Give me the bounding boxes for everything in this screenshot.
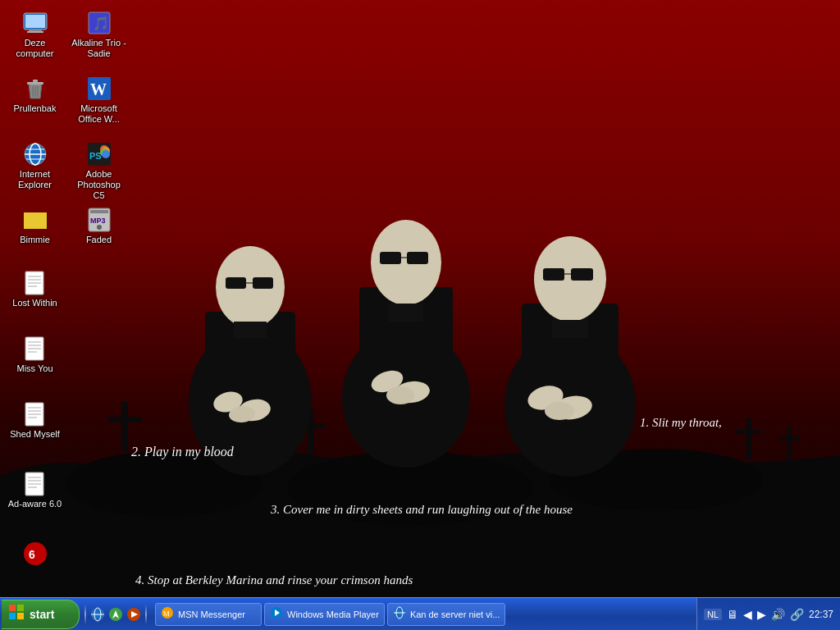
shed-myself-label: Ad-aware 6.0 — [8, 499, 62, 509]
svg-rect-51 — [33, 80, 38, 82]
start-label: start — [30, 608, 54, 621]
start-button[interactable]: start — [2, 600, 80, 629]
ie-icon — [22, 141, 48, 167]
lost-within-label: Miss You — [16, 363, 52, 374]
quick-launch-bar — [80, 605, 152, 624]
miss-you-label: Shed Myself — [10, 429, 60, 440]
desktop-icon-faded[interactable]: Lost Within — [4, 267, 66, 312]
windows-logo-icon — [8, 604, 25, 624]
ql-separator-1 — [84, 605, 86, 624]
shed-myself-icon — [22, 471, 48, 497]
desktop: 1. Slit my throat, 2. Play in my blood 3… — [0, 0, 840, 597]
server-app-label: Kan de server niet vi... — [410, 609, 500, 619]
deze-computer-icon — [22, 10, 48, 36]
svg-rect-70 — [90, 210, 108, 213]
server-app-icon — [393, 606, 406, 622]
ms-word-label: Microsoft Office W... — [71, 103, 126, 125]
msn-messenger-label: MSN Messenger — [178, 609, 245, 619]
tray-sound-icon[interactable]: 🔊 — [771, 608, 785, 621]
bimmie-icon — [22, 207, 48, 233]
svg-rect-98 — [17, 613, 24, 619]
desktop-icon-mp3[interactable]: MP3 Faded — [68, 203, 130, 249]
taskbar-app-wmp[interactable]: Windows Media Player — [264, 603, 385, 626]
alkaline-trio-icon: 🎵 — [86, 10, 112, 36]
svg-point-72 — [97, 225, 102, 230]
desktop-icon-bimmie[interactable]: Bimmie — [4, 203, 66, 249]
desktop-icon-ie[interactable]: Internet Explorer — [4, 138, 66, 194]
svg-rect-97 — [9, 613, 16, 619]
svg-text:W: W — [90, 80, 107, 98]
taskbar-app-server[interactable]: Kan de server niet vi... — [387, 603, 505, 626]
photoshop-label: Adobe Photoshop C5 — [71, 169, 126, 202]
desktop-icon-miss-you[interactable]: Shed Myself — [4, 398, 66, 443]
desktop-icon-prullenbak[interactable]: Prullenbak — [4, 72, 66, 117]
svg-rect-95 — [9, 605, 16, 611]
tray-display-icon[interactable]: 🖥 — [727, 608, 738, 621]
desktop-icon-adaware[interactable]: 6 — [4, 537, 66, 572]
svg-rect-45 — [25, 15, 45, 28]
svg-point-67 — [102, 150, 110, 158]
bimmie-label: Bimmie — [20, 235, 50, 245]
taskbar-apps: M MSN Messenger Windows Media Player — [155, 603, 693, 626]
tray-clock: 22:37 — [809, 609, 833, 620]
desktop-icon-photoshop[interactable]: PS Adobe Photoshop C5 — [68, 138, 130, 205]
ql-separator-2 — [145, 605, 147, 624]
msn-messenger-icon: M — [161, 606, 174, 622]
ie-label: Internet Explorer — [7, 169, 62, 190]
desktop-icon-shed-myself[interactable]: Ad-aware 6.0 — [4, 468, 66, 513]
mp3-label: Faded — [86, 235, 112, 245]
svg-text:🎵: 🎵 — [93, 16, 109, 31]
lost-within-icon — [22, 336, 48, 362]
prullenbak-icon — [22, 75, 48, 102]
svg-rect-68 — [24, 212, 47, 215]
taskbar-app-msn-messenger[interactable]: M MSN Messenger — [155, 603, 262, 626]
svg-point-93 — [24, 542, 47, 565]
ms-word-icon: W — [86, 75, 112, 102]
desktop-icon-lost-within[interactable]: Miss You — [4, 332, 66, 377]
ql-nav-icon[interactable] — [107, 606, 124, 623]
adaware-icon: 6 — [22, 541, 48, 567]
faded-label: Lost Within — [12, 298, 57, 308]
svg-text:6: 6 — [29, 548, 35, 561]
svg-text:PS: PS — [89, 151, 102, 161]
system-tray: NL 🖥 ◀ ▶ 🔊 🔗 22:37 — [696, 598, 840, 631]
ql-ie-icon[interactable] — [89, 606, 106, 623]
svg-text:M: M — [163, 609, 170, 618]
miss-you-icon — [22, 401, 48, 427]
ql-media-icon[interactable] — [126, 606, 142, 623]
desktop-icon-ms-word[interactable]: W Microsoft Office W... — [68, 72, 130, 128]
photoshop-icon: PS — [86, 141, 112, 167]
mp3-icon: MP3 — [86, 207, 112, 233]
taskbar: start — [0, 597, 840, 630]
svg-rect-47 — [27, 31, 43, 33]
tray-network-icon[interactable]: 🔗 — [790, 608, 804, 621]
tray-nav-left-icon[interactable]: ◀ — [743, 608, 752, 621]
alkaline-trio-label: Alkaline Trio - Sadie — [71, 38, 126, 59]
desktop-icons: Deze computer 🎵 Alkaline Trio - Sadie — [0, 0, 840, 597]
wmp-label: Windows Media Player — [287, 609, 379, 619]
svg-rect-96 — [17, 605, 24, 611]
svg-text:MP3: MP3 — [90, 217, 106, 225]
prullenbak-label: Prullenbak — [14, 103, 57, 114]
deze-computer-label: Deze computer — [7, 38, 62, 59]
desktop-icon-alkaline-trio[interactable]: 🎵 Alkaline Trio - Sadie — [68, 7, 130, 62]
wmp-icon — [270, 606, 283, 622]
svg-rect-50 — [27, 82, 43, 84]
tray-nav-right-icon[interactable]: ▶ — [757, 608, 766, 621]
faded-icon — [22, 270, 48, 296]
tray-language: NL — [704, 609, 722, 620]
desktop-icon-deze-computer[interactable]: Deze computer — [4, 7, 66, 62]
